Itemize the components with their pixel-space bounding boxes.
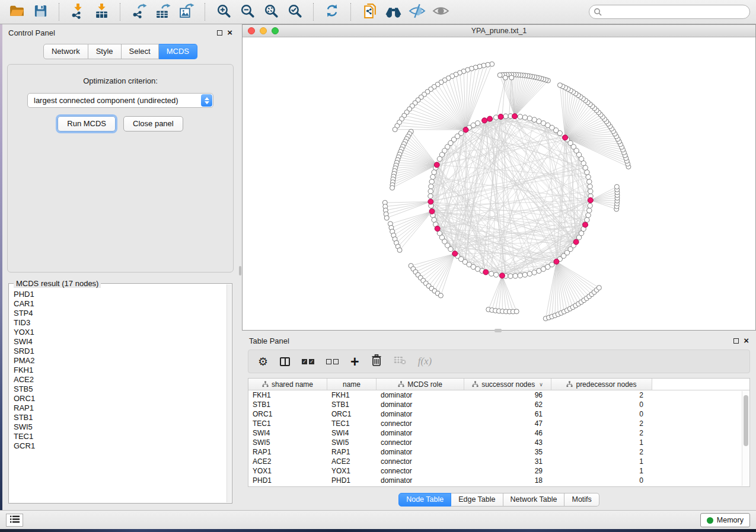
network-canvas[interactable] bbox=[243, 37, 755, 330]
network-window-title: YPA_prune.txt_1 bbox=[243, 27, 755, 35]
table-panel-title: Table Panel bbox=[249, 336, 289, 345]
function-builder-button: f(x) bbox=[418, 355, 432, 367]
table-row[interactable]: SWI4SWI4dominator462 bbox=[248, 428, 749, 438]
table-scrollbar[interactable] bbox=[742, 391, 749, 486]
close-table-panel-icon[interactable]: × bbox=[744, 338, 749, 344]
table-cell: ORC1 bbox=[248, 409, 327, 419]
network-leaf-nodes bbox=[382, 62, 631, 321]
table-cell: 35 bbox=[464, 447, 551, 457]
clone-network-button[interactable] bbox=[359, 2, 380, 22]
mcds-result-item[interactable]: ORC1 bbox=[14, 394, 226, 403]
tab-network-table[interactable]: Network Table bbox=[503, 493, 565, 507]
column-header-predecessor-nodes[interactable]: predecessor nodes bbox=[551, 379, 652, 390]
network-view-window: YPA_prune.txt_1 bbox=[242, 24, 756, 331]
mcds-result-item[interactable]: STP4 bbox=[14, 309, 226, 318]
tab-network[interactable]: Network bbox=[43, 44, 88, 59]
zoom-out-button[interactable] bbox=[237, 2, 258, 22]
binoculars-button[interactable] bbox=[382, 2, 404, 22]
hide-selected-button[interactable] bbox=[406, 2, 428, 22]
tab-select[interactable]: Select bbox=[122, 44, 159, 59]
mcds-result-item[interactable]: SRD1 bbox=[14, 347, 226, 356]
mcds-result-item[interactable]: RAP1 bbox=[14, 403, 226, 413]
show-all-button[interactable] bbox=[430, 2, 451, 22]
export-table-button[interactable] bbox=[152, 2, 173, 22]
table-row[interactable]: PHD1PHD1dominator180 bbox=[248, 476, 749, 485]
table-cell: ACE2 bbox=[327, 457, 377, 466]
zoom-selected-icon bbox=[287, 3, 303, 21]
memory-button[interactable]: Memory bbox=[700, 513, 750, 527]
add-column-button[interactable]: + bbox=[350, 355, 359, 367]
close-panel-button[interactable]: Close panel bbox=[123, 116, 183, 132]
mcds-result-item[interactable]: SWI5 bbox=[14, 422, 226, 432]
import-network-icon bbox=[70, 3, 86, 21]
vertical-splitter-handle[interactable] bbox=[239, 266, 241, 275]
mcds-result-item[interactable]: TID3 bbox=[14, 318, 226, 328]
mcds-result-item[interactable]: YOX1 bbox=[14, 328, 226, 337]
network-window-titlebar[interactable]: YPA_prune.txt_1 bbox=[243, 25, 755, 37]
import-table-button[interactable] bbox=[91, 2, 112, 22]
table-row[interactable]: YOX1YOX1connector291 bbox=[248, 466, 749, 476]
column-header-name[interactable]: name bbox=[327, 379, 377, 390]
save-button[interactable] bbox=[30, 2, 51, 22]
table-settings-button[interactable]: ⚙ bbox=[258, 356, 268, 367]
zoom-out-icon bbox=[240, 3, 256, 21]
zoom-fit-button[interactable] bbox=[260, 2, 282, 22]
split-view-button[interactable] bbox=[280, 357, 290, 366]
table-cell: FKH1 bbox=[248, 390, 327, 400]
tab-mcds[interactable]: MCDS bbox=[159, 44, 197, 59]
table-row[interactable]: TEC1TEC1connector472 bbox=[248, 419, 749, 428]
mcds-result-item[interactable]: STB1 bbox=[14, 413, 226, 422]
table-scrollbar-thumb[interactable] bbox=[744, 395, 748, 446]
column-header-shared-name[interactable]: shared name bbox=[248, 379, 327, 390]
table-row[interactable]: FKH1FKH1dominator962 bbox=[248, 390, 749, 400]
mcds-result-item[interactable]: SWI4 bbox=[14, 337, 226, 347]
table-cell: 0 bbox=[551, 400, 652, 409]
checked-box-icon: ✓ bbox=[302, 359, 307, 364]
deselect-all-button[interactable] bbox=[326, 359, 339, 364]
float-panel-icon[interactable] bbox=[217, 30, 222, 36]
refresh-icon bbox=[324, 3, 340, 21]
show-panels-button[interactable] bbox=[6, 514, 23, 527]
table-row[interactable]: STB1STB1dominator620 bbox=[248, 400, 749, 409]
search-icon bbox=[594, 8, 602, 18]
plus-icon: + bbox=[350, 355, 359, 367]
table-row[interactable]: SWI5SWI5connector431 bbox=[248, 438, 749, 447]
unchecked-box-icon bbox=[326, 359, 331, 364]
mcds-result-item[interactable]: GCR1 bbox=[14, 441, 226, 451]
float-table-panel-icon[interactable] bbox=[733, 338, 739, 344]
mcds-result-item[interactable]: CAR1 bbox=[14, 299, 226, 309]
tab-motifs[interactable]: Motifs bbox=[564, 493, 599, 507]
zoom-selected-button[interactable] bbox=[284, 2, 305, 22]
table-cell: 96 bbox=[464, 390, 551, 400]
select-all-button[interactable]: ✓✓ bbox=[302, 359, 314, 364]
mcds-result-item[interactable]: PHD1 bbox=[14, 290, 226, 299]
tab-edge-table[interactable]: Edge Table bbox=[451, 493, 503, 507]
zoom-in-button[interactable] bbox=[213, 2, 234, 22]
table-row[interactable]: RAP1RAP1dominator352 bbox=[248, 447, 749, 457]
table-cell: SWI5 bbox=[248, 438, 327, 447]
mcds-result-scrollbar[interactable] bbox=[227, 284, 231, 502]
mcds-result-item[interactable]: PMA2 bbox=[14, 356, 226, 366]
search-input[interactable] bbox=[589, 5, 750, 19]
close-panel-icon[interactable]: × bbox=[227, 30, 232, 36]
export-image-button[interactable] bbox=[176, 2, 197, 22]
refresh-button[interactable] bbox=[321, 2, 343, 22]
table-cell: 2 bbox=[551, 390, 652, 400]
column-header-successor-nodes[interactable]: successor nodes∨ bbox=[464, 379, 551, 390]
optimization-criterion-select[interactable]: largest connected component (undirected) bbox=[27, 93, 213, 108]
tab-style[interactable]: Style bbox=[88, 44, 122, 59]
table-row[interactable]: ORC1ORC1dominator610 bbox=[248, 409, 749, 419]
horizontal-splitter-handle[interactable] bbox=[495, 329, 502, 332]
mcds-result-item[interactable]: ACE2 bbox=[14, 375, 226, 384]
export-network-button[interactable] bbox=[128, 2, 149, 22]
run-mcds-button[interactable]: Run MCDS bbox=[58, 116, 116, 132]
delete-column-button[interactable] bbox=[371, 354, 382, 368]
table-row[interactable]: ACE2ACE2connector311 bbox=[248, 457, 749, 466]
tab-node-table[interactable]: Node Table bbox=[398, 493, 451, 507]
open-file-button[interactable] bbox=[6, 2, 27, 22]
mcds-result-item[interactable]: FKH1 bbox=[14, 366, 226, 375]
mcds-result-item[interactable]: TEC1 bbox=[14, 432, 226, 441]
column-header-MCDS-role[interactable]: MCDS role bbox=[377, 379, 464, 390]
import-network-button[interactable] bbox=[67, 2, 88, 22]
mcds-result-item[interactable]: STB5 bbox=[14, 384, 226, 394]
